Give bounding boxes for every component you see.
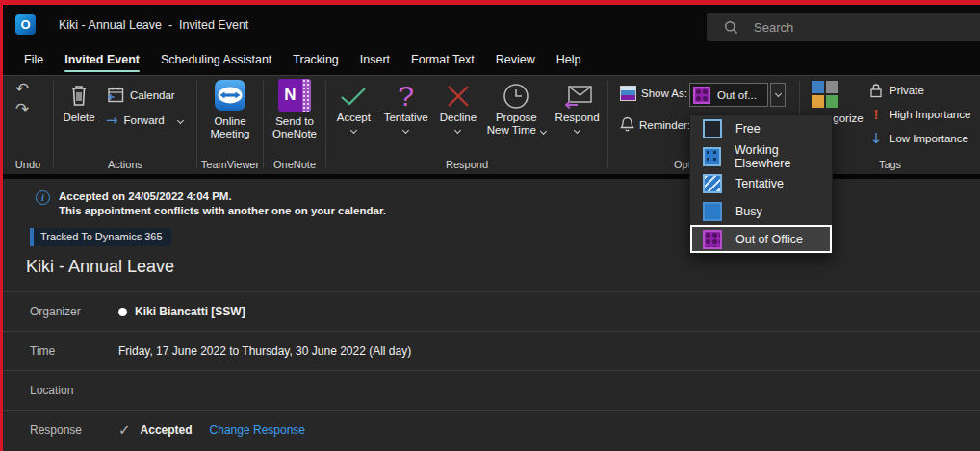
show-as-label: Show As: [641, 88, 687, 99]
teamviewer-icon [214, 79, 246, 112]
calendar-label: Calendar [130, 89, 175, 101]
forward-arrow-icon: → [106, 112, 118, 129]
search-input[interactable]: Search [707, 13, 980, 41]
tentative-question-icon: ? [398, 82, 414, 111]
showas-option-free[interactable]: Free [690, 115, 832, 143]
respond-envelope-icon [562, 84, 593, 109]
search-icon [724, 20, 738, 35]
chevron-down-icon [350, 127, 357, 134]
show-as-dropdown-menu: Free Working Elsewhere Tentative Busy Ou… [689, 114, 833, 254]
propose-label-1: Propose [496, 112, 537, 124]
tab-help[interactable]: Help [546, 44, 592, 75]
onenote-group-label: OneNote [264, 159, 325, 170]
propose-label-2: New Time [487, 124, 546, 137]
showas-option-working-elsewhere[interactable]: Working Elsewhere [690, 143, 832, 171]
trash-icon [68, 83, 90, 109]
forward-label: Forward [124, 114, 165, 126]
chevron-down-icon [540, 128, 547, 135]
chevron-down-icon [574, 127, 580, 134]
infobar-line1: Accepted on 24/05/2022 4:04 PM. [59, 189, 386, 204]
out-of-office-swatch-icon [693, 87, 710, 104]
send-to-onenote-label-1: Send to [275, 115, 314, 128]
accepted-check-icon: ✓ [118, 421, 131, 438]
out-of-office-swatch-icon [703, 230, 722, 249]
event-title: Kiki - Annual Leave [26, 257, 980, 277]
clock-icon [503, 83, 529, 110]
high-importance-label: High Importance [890, 109, 970, 120]
calendar-icon [106, 87, 124, 103]
accept-check-icon [338, 86, 369, 107]
tracked-to-dynamics-badge[interactable]: Tracked To Dynamics 365 [30, 228, 171, 246]
info-icon: i [36, 190, 50, 205]
show-as-icon [620, 86, 636, 101]
event-fields: Organizer Kiki Biancatti [SSW] Time Frid… [3, 291, 980, 449]
show-as-dropdown-arrow[interactable] [770, 83, 786, 107]
tentative-label: Tentative [384, 112, 428, 124]
private-label: Private [890, 85, 924, 96]
forward-button[interactable]: → Forward [106, 112, 183, 129]
high-importance-button[interactable]: ! High Importance [869, 106, 970, 122]
working-elsewhere-swatch-icon [703, 147, 721, 166]
show-as-combobox[interactable]: Out of... [689, 83, 768, 107]
redo-icon[interactable]: ↷ [15, 100, 53, 118]
option-label: Free [735, 122, 761, 136]
organizer-label: Organizer [30, 305, 118, 318]
presence-dot-icon [118, 308, 127, 316]
response-label: Response [30, 423, 118, 437]
response-status: Accepted [141, 423, 193, 437]
delete-label: Delete [63, 112, 94, 124]
location-label: Location [30, 384, 118, 397]
organizer-row: Organizer Kiki Biancatti [SSW] [3, 291, 980, 331]
respond-group-label: Respond [326, 159, 607, 170]
showas-option-busy[interactable]: Busy [690, 198, 832, 226]
private-button[interactable]: Private [869, 83, 970, 98]
tab-insert[interactable]: Insert [349, 44, 400, 75]
reminder-label: Reminder: [639, 119, 690, 131]
ribbon-group-onenote: N Send to OneNote OneNote [264, 76, 325, 174]
outlook-window: O Kiki - Annual Leave - Invited Event Se… [0, 0, 980, 451]
change-response-link[interactable]: Change Response [210, 423, 305, 437]
undo-group-label: Undo [3, 159, 53, 170]
tab-scheduling-assistant[interactable]: Scheduling Assistant [150, 44, 282, 75]
tab-format-text[interactable]: Format Text [400, 44, 485, 75]
free-swatch-icon [703, 119, 722, 138]
undo-icon[interactable]: ↶ [15, 80, 53, 98]
chevron-down-icon [454, 127, 461, 134]
search-placeholder: Search [754, 20, 793, 35]
send-to-onenote-label-2: OneNote [272, 128, 317, 140]
actions-group-label: Actions [54, 159, 196, 170]
online-meeting-label-1: Online [214, 115, 245, 128]
high-importance-icon: ! [869, 106, 883, 122]
time-value: Friday, 17 June 2022 to Thursday, 30 Jun… [118, 344, 411, 358]
decline-label: Decline [440, 112, 477, 124]
tab-file[interactable]: File [13, 44, 54, 75]
infobar: i Accepted on 24/05/2022 4:04 PM. This a… [3, 179, 980, 218]
teamviewer-group-label: TeamViewer [197, 159, 263, 170]
titlebar: O Kiki - Annual Leave - Invited Event Se… [3, 5, 980, 44]
showas-option-tentative[interactable]: Tentative [690, 170, 832, 198]
low-importance-label: Low Importance [890, 133, 968, 144]
outlook-app-icon: O [15, 14, 36, 35]
tab-invited-event[interactable]: Invited Event [54, 44, 150, 75]
option-label: Working Elsewhere [735, 143, 832, 170]
ribbon-group-teamviewer: Online Meeting TeamViewer [197, 76, 263, 174]
organizer-value[interactable]: Kiki Biancatti [SSW] [135, 305, 245, 318]
time-row: Time Friday, 17 June 2022 to Thursday, 3… [3, 331, 980, 370]
ribbon: ↶ ↷ Undo Delete [3, 75, 980, 174]
ribbon-group-undo: ↶ ↷ Undo [3, 76, 53, 174]
low-importance-icon: ↓ [869, 130, 883, 147]
ribbon-group-respond: Accept ? Tentative Decline [326, 76, 607, 174]
tab-review[interactable]: Review [485, 44, 546, 75]
tentative-swatch-icon [703, 174, 722, 193]
showas-option-out-of-office[interactable]: Out of Office [690, 225, 832, 253]
chevron-down-icon [402, 127, 409, 134]
calendar-button[interactable]: Calendar [106, 87, 183, 103]
tab-tracking[interactable]: Tracking [282, 44, 348, 75]
busy-swatch-icon [703, 202, 722, 221]
menubar: File Invited Event Scheduling Assistant … [3, 44, 980, 75]
categorize-icon [812, 81, 838, 108]
option-label: Busy [735, 205, 762, 218]
option-label: Out of Office [735, 233, 803, 246]
show-as-value: Out of... [717, 89, 757, 101]
low-importance-button[interactable]: ↓ Low Importance [869, 130, 970, 147]
